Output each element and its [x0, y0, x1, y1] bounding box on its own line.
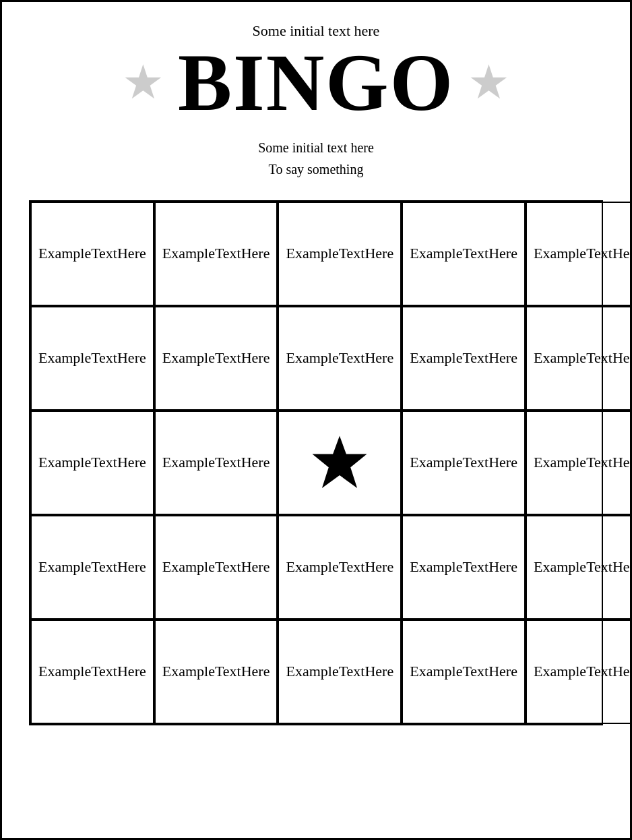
- bingo-cell[interactable]: ExampleTextHere: [278, 306, 402, 411]
- bingo-cell[interactable]: ExampleTextHere: [278, 515, 402, 620]
- cell-word: Example: [162, 661, 215, 682]
- cell-word: Text: [91, 348, 117, 369]
- cell-word: Here: [612, 557, 632, 578]
- cell-word: Example: [410, 243, 462, 264]
- cell-word: Example: [410, 661, 462, 682]
- bingo-cell[interactable]: ExampleTextHere: [30, 515, 154, 620]
- cell-word: Example: [38, 452, 91, 473]
- cell-word: Example: [162, 557, 215, 578]
- cell-word: Example: [286, 661, 338, 682]
- bingo-cell[interactable]: ExampleTextHere: [526, 202, 632, 306]
- cell-word: Text: [339, 243, 365, 264]
- bingo-cell[interactable]: ExampleTextHere: [402, 306, 526, 411]
- right-star-icon: ★: [468, 59, 510, 107]
- left-star-icon: ★: [122, 59, 164, 107]
- cell-word: Text: [462, 557, 488, 578]
- cell-word: Example: [38, 348, 91, 369]
- cell-word: Here: [612, 452, 632, 473]
- cell-word: Here: [488, 348, 517, 369]
- free-star-icon: [309, 433, 370, 493]
- cell-word: Here: [488, 557, 517, 578]
- cell-word: Text: [586, 557, 612, 578]
- cell-word: Text: [215, 243, 241, 264]
- cell-word: Here: [365, 557, 393, 578]
- cell-word: Example: [286, 348, 338, 369]
- cell-word: Text: [91, 557, 117, 578]
- bingo-cell[interactable]: ExampleTextHere: [402, 620, 526, 724]
- cell-word: Example: [534, 452, 586, 473]
- cell-word: Here: [612, 243, 632, 264]
- cell-word: Example: [534, 557, 586, 578]
- free-space-cell[interactable]: [278, 411, 402, 515]
- cell-word: Text: [462, 452, 488, 473]
- cell-word: Here: [365, 661, 393, 682]
- bingo-card: Some initial text here ★ BINGO ★ Some in…: [0, 0, 632, 840]
- cell-word: Here: [117, 348, 146, 369]
- cell-word: Example: [534, 348, 586, 369]
- cell-word: Example: [534, 243, 586, 264]
- bingo-cell[interactable]: ExampleTextHere: [154, 515, 278, 620]
- svg-marker-0: [313, 436, 367, 487]
- cell-word: Example: [534, 661, 586, 682]
- bingo-cell[interactable]: ExampleTextHere: [526, 515, 632, 620]
- cell-word: Here: [241, 452, 270, 473]
- subtitle-line2: To say something: [258, 158, 374, 180]
- bingo-cell[interactable]: ExampleTextHere: [30, 202, 154, 306]
- subtitle-line1: Some initial text here: [258, 137, 374, 158]
- cell-word: Text: [586, 452, 612, 473]
- cell-word: Here: [117, 661, 146, 682]
- bingo-cell[interactable]: ExampleTextHere: [30, 411, 154, 515]
- bingo-cell[interactable]: ExampleTextHere: [278, 620, 402, 724]
- cell-word: Here: [488, 661, 517, 682]
- cell-word: Text: [215, 348, 241, 369]
- cell-word: Example: [162, 348, 215, 369]
- cell-word: Here: [488, 243, 517, 264]
- cell-word: Text: [586, 243, 612, 264]
- cell-word: Example: [38, 661, 91, 682]
- bingo-cell[interactable]: ExampleTextHere: [154, 620, 278, 724]
- cell-word: Text: [215, 452, 241, 473]
- bingo-header: ★ BINGO ★: [29, 42, 603, 123]
- cell-word: Here: [365, 348, 393, 369]
- cell-word: Example: [410, 452, 462, 473]
- cell-word: Text: [586, 348, 612, 369]
- cell-word: Text: [462, 348, 488, 369]
- cell-word: Here: [117, 452, 146, 473]
- cell-word: Text: [339, 348, 365, 369]
- bingo-cell[interactable]: ExampleTextHere: [402, 515, 526, 620]
- bingo-grid: ExampleTextHereExampleTextHereExampleTex…: [29, 200, 603, 725]
- cell-word: Here: [365, 243, 393, 264]
- bingo-cell[interactable]: ExampleTextHere: [278, 202, 402, 306]
- bingo-cell[interactable]: ExampleTextHere: [526, 306, 632, 411]
- cell-word: Here: [241, 243, 270, 264]
- bingo-cell[interactable]: ExampleTextHere: [154, 306, 278, 411]
- cell-word: Here: [117, 557, 146, 578]
- bingo-cell[interactable]: ExampleTextHere: [402, 411, 526, 515]
- cell-word: Here: [241, 661, 270, 682]
- bingo-cell[interactable]: ExampleTextHere: [30, 306, 154, 411]
- cell-word: Example: [162, 243, 215, 264]
- bingo-cell[interactable]: ExampleTextHere: [154, 411, 278, 515]
- cell-word: Text: [462, 243, 488, 264]
- bingo-cell[interactable]: ExampleTextHere: [526, 620, 632, 724]
- cell-word: Here: [612, 661, 632, 682]
- cell-word: Here: [241, 348, 270, 369]
- cell-word: Example: [162, 452, 215, 473]
- cell-word: Here: [612, 348, 632, 369]
- cell-word: Example: [286, 557, 338, 578]
- cell-word: Text: [215, 557, 241, 578]
- cell-word: Text: [462, 661, 488, 682]
- cell-word: Here: [241, 557, 270, 578]
- cell-word: Example: [410, 348, 462, 369]
- bingo-cell[interactable]: ExampleTextHere: [154, 202, 278, 306]
- cell-word: Text: [586, 661, 612, 682]
- cell-word: Example: [38, 557, 91, 578]
- bingo-cell[interactable]: ExampleTextHere: [526, 411, 632, 515]
- bingo-cell[interactable]: ExampleTextHere: [30, 620, 154, 724]
- cell-word: Example: [286, 243, 338, 264]
- cell-word: Text: [91, 452, 117, 473]
- cell-word: Text: [215, 661, 241, 682]
- cell-word: Text: [91, 661, 117, 682]
- bingo-cell[interactable]: ExampleTextHere: [402, 202, 526, 306]
- subtitle-block: Some initial text here To say something: [258, 137, 374, 180]
